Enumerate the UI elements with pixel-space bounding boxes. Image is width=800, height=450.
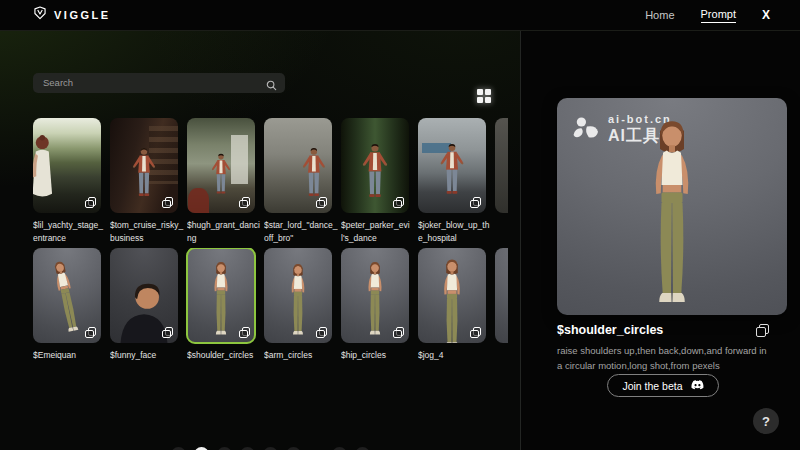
- video-thumbnail[interactable]: [33, 118, 101, 213]
- gallery-cell: $peter_parker_evil's_dance: [341, 118, 418, 245]
- gallery-cell: $joker_blow_up_the_hospital: [418, 118, 495, 245]
- copy-icon[interactable]: [239, 327, 250, 338]
- grid-view-icon[interactable]: [477, 89, 491, 103]
- gallery-cell: $arm_circles: [264, 248, 341, 362]
- gallery-cell: [495, 118, 508, 213]
- copy-icon[interactable]: [316, 197, 327, 208]
- detail-title-row: $shoulder_circles: [557, 323, 769, 337]
- thumbnail-label: $shoulder_circles: [187, 349, 261, 362]
- copy-prompt-icon[interactable]: [756, 324, 769, 337]
- video-thumbnail[interactable]: [33, 248, 101, 343]
- video-thumbnail[interactable]: [264, 248, 332, 343]
- video-thumbnail-selected[interactable]: [187, 248, 255, 343]
- discord-icon: [691, 380, 704, 392]
- video-thumbnail[interactable]: [110, 248, 178, 343]
- search-icon[interactable]: [266, 77, 277, 95]
- detail-description: raise shoulders up,then back,down,and fo…: [557, 343, 771, 373]
- thumbnail-label: $peter_parker_evil's_dance: [341, 219, 415, 245]
- video-thumbnail-partial[interactable]: [495, 118, 508, 213]
- gallery-row-2: $Emeiquan $funny_face $shoulder_circles …: [33, 248, 508, 378]
- search-input[interactable]: [33, 73, 285, 93]
- video-thumbnail[interactable]: [418, 248, 486, 343]
- thumbnail-label: $star_lord_"dance_off_bro": [264, 219, 338, 245]
- gallery-cell: $shoulder_circles: [187, 248, 264, 362]
- nav-home-link[interactable]: Home: [645, 9, 674, 21]
- ai-bot-logo-icon: [572, 116, 600, 144]
- thumbnail-label: $funny_face: [110, 349, 184, 362]
- gallery-cell: $hugh_grant_dancing: [187, 118, 264, 245]
- thumbnail-label: $hip_circles: [341, 349, 415, 362]
- video-thumbnail[interactable]: [187, 118, 255, 213]
- video-thumbnail[interactable]: [341, 118, 409, 213]
- copy-icon[interactable]: [85, 327, 96, 338]
- thumbnail-label: $hugh_grant_dancing: [187, 219, 261, 245]
- thumbnail-label: $lil_yachty_stage_entrance: [33, 219, 107, 245]
- copy-icon[interactable]: [162, 197, 173, 208]
- gallery-cell: $tom_cruise_risky_business: [110, 118, 187, 245]
- copy-icon[interactable]: [85, 197, 96, 208]
- gallery-cell: $funny_face: [110, 248, 187, 362]
- copy-icon[interactable]: [162, 327, 173, 338]
- detail-panel: Example ai-bot.cn AI工具集 $shoulder_circle…: [521, 30, 800, 450]
- gallery-row-1: $lil_yachty_stage_entrance $tom_cruise_r…: [33, 118, 508, 248]
- brand-name: VIGGLE: [54, 9, 111, 21]
- video-thumbnail[interactable]: [418, 118, 486, 213]
- thumbnail-label: $joker_blow_up_the_hospital: [418, 219, 492, 245]
- gallery-cell: $star_lord_"dance_off_bro": [264, 118, 341, 245]
- nav-x-link[interactable]: X: [762, 8, 770, 22]
- join-beta-button[interactable]: Join the beta: [607, 374, 718, 397]
- copy-icon[interactable]: [470, 327, 481, 338]
- copy-icon[interactable]: [316, 327, 327, 338]
- video-thumbnail[interactable]: [341, 248, 409, 343]
- nav-prompt-link[interactable]: Prompt: [701, 8, 736, 23]
- detail-title: $shoulder_circles: [557, 323, 663, 337]
- search-bar: [33, 72, 285, 92]
- thumbnail-label: $tom_cruise_risky_business: [110, 219, 184, 245]
- video-thumbnail[interactable]: [264, 118, 332, 213]
- copy-icon[interactable]: [393, 197, 404, 208]
- gallery-cell: [495, 248, 508, 343]
- gallery-panel: $lil_yachty_stage_entrance $tom_cruise_r…: [0, 30, 520, 450]
- copy-icon[interactable]: [239, 197, 250, 208]
- video-thumbnail[interactable]: [110, 118, 178, 213]
- preview-card[interactable]: ai-bot.cn AI工具集: [557, 98, 787, 315]
- join-beta-label: Join the beta: [622, 380, 682, 392]
- video-thumbnail-partial[interactable]: [495, 248, 508, 343]
- gallery-cell: $lil_yachty_stage_entrance: [33, 118, 110, 245]
- viggle-logo[interactable]: VIGGLE: [33, 6, 111, 24]
- thumbnail-label: $jog_4: [418, 349, 492, 362]
- gallery-cell: $jog_4: [418, 248, 495, 362]
- gallery-cell: $hip_circles: [341, 248, 418, 362]
- help-button[interactable]: ?: [753, 408, 779, 434]
- viggle-logo-icon: [33, 6, 47, 24]
- thumbnail-label: $Emeiquan: [33, 349, 107, 362]
- copy-icon[interactable]: [470, 197, 481, 208]
- gallery-cell: $Emeiquan: [33, 248, 110, 362]
- top-nav: Home Prompt X: [645, 8, 800, 23]
- thumbnail-label: $arm_circles: [264, 349, 338, 362]
- cta-row: Join the beta: [557, 374, 769, 397]
- copy-icon[interactable]: [393, 327, 404, 338]
- top-bar: VIGGLE Home Prompt X: [0, 0, 800, 31]
